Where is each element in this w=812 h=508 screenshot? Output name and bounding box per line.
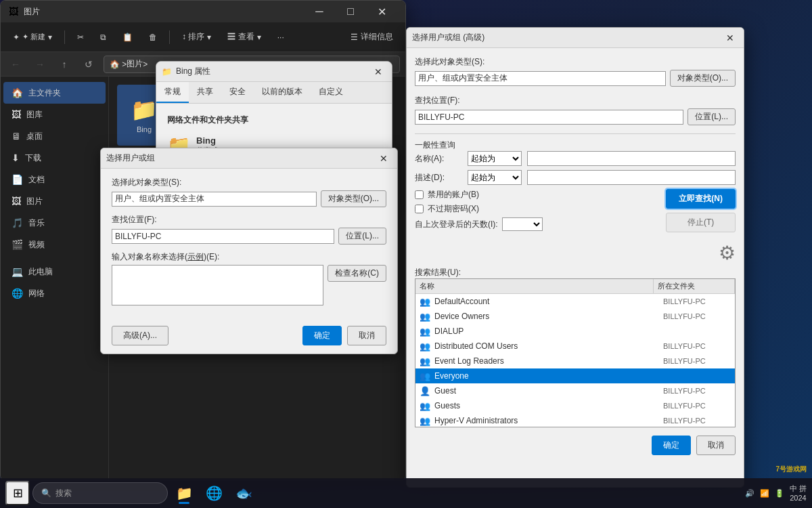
location-button[interactable]: 位置(L)... [338, 228, 386, 245]
result-icon-deviceowners: 👥 [420, 312, 430, 322]
sidebar-label-gallery: 图库 [26, 109, 43, 121]
advanced-button[interactable]: 高级(A)... [112, 326, 168, 345]
view-label: ☰ 查看 [227, 31, 254, 43]
select-users-small-title: 选择用户或组 [106, 152, 371, 164]
details-button[interactable]: ☰ 详细信息 [344, 26, 400, 48]
result-item-dialup[interactable]: 👥 DIALUP [415, 324, 735, 339]
search-results-list[interactable]: 名称 所在文件夹 👥 DefaultAccount BILLYFU-PC 👥 D… [415, 278, 736, 427]
adv-location-section: 查找位置(F): 位置(L)... [415, 95, 736, 125]
input-objects-group: 输入对象名称来选择(示例)(E): 检查名称(C) [112, 251, 386, 305]
paste-button[interactable]: 📋 [116, 26, 139, 48]
new-button[interactable]: ✦ ✦ 新建 ▾ [6, 26, 59, 48]
more-button[interactable]: ··· [271, 26, 291, 48]
adv-object-type-button[interactable]: 对象类型(O)... [670, 70, 736, 87]
copy-button[interactable]: ⧉ [93, 26, 113, 48]
sidebar-item-music[interactable]: 🎵 音乐 [3, 212, 106, 234]
up-button[interactable]: ↑ [55, 55, 74, 74]
adv-name-row: 名称(A): 起始为 [415, 151, 736, 166]
thispc-icon: 💻 [12, 266, 23, 277]
sidebar-item-downloads[interactable]: ⬇ 下载 [3, 147, 106, 169]
stop-button[interactable]: 停止(T) [666, 213, 736, 232]
result-item-guests[interactable]: 👥 Guests BILLYFU-PC [415, 398, 735, 413]
tray-battery-icon: 🔋 [775, 489, 784, 498]
downloads-icon: ⬇ [12, 152, 20, 163]
bing-dialog-tabs: 常规 共享 安全 以前的版本 自定义 [156, 82, 392, 104]
adv-location-input[interactable] [415, 110, 683, 125]
tab-customize[interactable]: 自定义 [311, 82, 351, 103]
object-names-textarea[interactable] [112, 265, 323, 305]
adv-ok-button[interactable]: 确定 [652, 436, 691, 455]
object-type-input[interactable] [112, 192, 317, 207]
sort-button[interactable]: ↕ 排序 ▾ [175, 26, 218, 48]
result-item-eventlogreaders[interactable]: 👥 Event Log Readers BILLYFU-PC [415, 354, 735, 368]
sidebar-item-network[interactable]: 🌐 网络 [3, 282, 106, 304]
sidebar-item-thispc[interactable]: 💻 此电脑 [3, 261, 106, 282]
location-input[interactable] [112, 229, 334, 244]
view-button[interactable]: ☰ 查看 ▾ [221, 26, 267, 48]
search-now-button[interactable]: 立即查找(N) [666, 189, 736, 209]
forward-button[interactable]: → [30, 55, 49, 74]
adv-results-section: 搜索结果(U): 名称 所在文件夹 👥 DefaultAccount BILLY… [415, 267, 736, 427]
sidebar-item-pictures[interactable]: 🖼 图片 [3, 190, 106, 212]
sidebar-item-gallery[interactable]: 🖼 图库 [3, 104, 106, 125]
taskbar-app-explorer[interactable]: 📁 [171, 481, 198, 505]
sidebar-item-home[interactable]: 🏠 主文件夹 [3, 82, 106, 104]
address-current: 图片 [127, 58, 143, 70]
back-button[interactable]: ← [6, 55, 25, 74]
results-header-location: 所在文件夹 [654, 279, 735, 293]
address-text: 🏠 > [110, 60, 127, 69]
adv-object-type-input[interactable] [415, 71, 666, 86]
sidebar-label-thispc: 此电脑 [28, 266, 53, 278]
bing-dialog-close-button[interactable]: ✕ [370, 64, 386, 80]
adv-cancel-button[interactable]: 取消 [696, 436, 736, 455]
refresh-button[interactable]: ↺ [79, 55, 98, 74]
non-expiring-checkbox[interactable] [415, 205, 424, 213]
result-item-defaultaccount[interactable]: 👥 DefaultAccount BILLYFU-PC [415, 294, 735, 309]
cut-button[interactable]: ✂ [70, 26, 91, 48]
result-item-distributedcomusers[interactable]: 👥 Distributed COM Users BILLYFU-PC [415, 339, 735, 354]
location-group: 查找位置(F): 位置(L)... [112, 214, 386, 245]
result-icon-guests: 👥 [420, 401, 430, 411]
bing-dialog-title: Bing 属性 [176, 66, 366, 77]
taskbar-search-icon: 🔍 [41, 488, 51, 498]
object-type-button[interactable]: 对象类型(O)... [321, 190, 386, 207]
tab-security[interactable]: 安全 [221, 82, 254, 103]
bing-folder-name: Bing [196, 135, 219, 146]
result-item-hypervadmins[interactable]: 👥 Hyper-V Administrators BILLYFU-PC [415, 413, 735, 427]
explorer-maximize-button[interactable]: □ [335, 1, 366, 22]
taskbar-right: 🔊 📶 🔋 中 拼 2024 [745, 484, 807, 503]
explorer-close-button[interactable]: ✕ [366, 1, 397, 22]
sidebar-item-documents[interactable]: 📄 文档 [3, 169, 106, 190]
adv-desc-filter-input[interactable] [527, 170, 736, 185]
select-ok-button[interactable]: 确定 [302, 326, 342, 345]
adv-desc-filter-select[interactable]: 起始为 [468, 170, 522, 185]
delete-button[interactable]: 🗑 [142, 26, 164, 48]
tab-share[interactable]: 共享 [189, 82, 221, 103]
adv-name-filter-select[interactable]: 起始为 [468, 151, 522, 166]
taskbar-app-browser[interactable]: 🌐 [200, 481, 227, 505]
sidebar-item-desktop[interactable]: 🖥 桌面 [3, 125, 106, 147]
sidebar: 🏠 主文件夹 🖼 图库 🖥 桌面 ⬇ 下载 📄 文档 🖼 图片 [1, 77, 109, 480]
disabled-accounts-checkbox[interactable] [415, 190, 424, 199]
result-item-deviceowners[interactable]: 👥 Device Owners BILLYFU-PC [415, 309, 735, 324]
advanced-dialog-close-button[interactable]: ✕ [722, 30, 738, 46]
taskbar-app-game[interactable]: 🐟 [230, 481, 257, 505]
days-select[interactable] [502, 217, 543, 231]
result-item-guest[interactable]: 👤 Guest BILLYFU-PC [415, 383, 735, 398]
tab-previous-versions[interactable]: 以前的版本 [254, 82, 311, 103]
select-users-small-close-button[interactable]: ✕ [376, 150, 392, 167]
check-names-button[interactable]: 检查名称(C) [328, 265, 386, 282]
start-button[interactable]: ⊞ [5, 481, 30, 505]
bing-dialog-titlebar: 📁 Bing 属性 ✕ [156, 62, 392, 82]
taskbar-search[interactable]: 🔍 搜索 [32, 482, 168, 504]
adv-location-button[interactable]: 位置(L)... [687, 108, 736, 125]
sidebar-item-videos[interactable]: 🎬 视频 [3, 234, 106, 255]
taskbar-clock[interactable]: 中 拼 2024 [790, 484, 807, 503]
select-cancel-button[interactable]: 取消 [347, 326, 386, 345]
result-item-everyone[interactable]: 👥 Everyone [415, 368, 735, 383]
explorer-minimize-button[interactable]: ─ [304, 1, 335, 22]
toolbar-separator-2 [169, 30, 170, 44]
tab-general[interactable]: 常规 [156, 82, 189, 103]
adv-name-filter-input[interactable] [527, 151, 736, 166]
toolbar-separator-1 [64, 30, 65, 44]
